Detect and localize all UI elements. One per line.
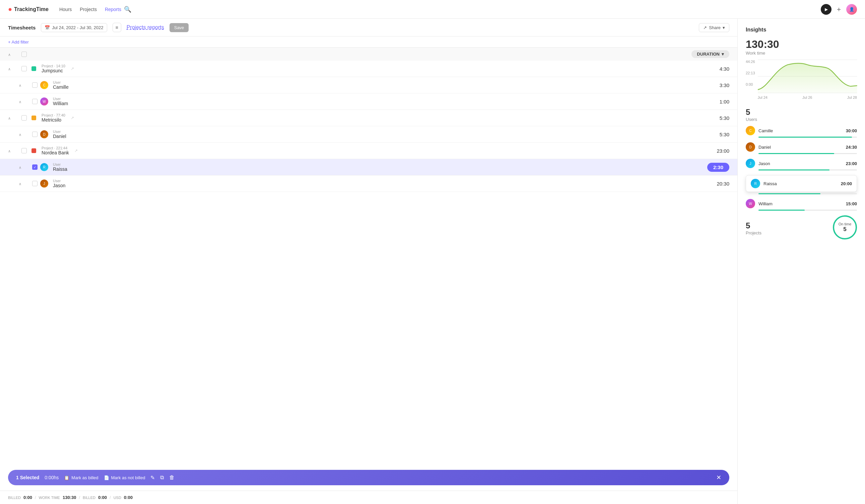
y-label-mid: 22:13: [746, 71, 755, 75]
close-action-bar-button[interactable]: ✕: [716, 474, 721, 481]
billed-value: 0:00: [23, 495, 32, 500]
user-name: William: [759, 201, 846, 206]
user-stat-row: C Camille 30:00: [746, 126, 857, 138]
search-button[interactable]: 🔍: [124, 6, 131, 13]
project-color-dot: [32, 116, 36, 120]
duration-value: 5:30: [662, 115, 729, 121]
duration-value: 5:30: [662, 132, 729, 137]
user-label: User: [53, 162, 67, 166]
user-checkbox[interactable]: [32, 132, 37, 137]
expand-icon[interactable]: ∧: [8, 116, 11, 120]
delete-button[interactable]: 🗑: [169, 474, 174, 481]
projects-section: 5 Projects On time 5: [746, 215, 857, 239]
user-checkbox[interactable]: [32, 99, 37, 104]
y-label-bot: 0:00: [746, 82, 755, 86]
raissa-tooltip: R Raissa 20:00: [746, 175, 857, 192]
nav-reports[interactable]: Reports: [105, 7, 121, 12]
add-button[interactable]: ＋: [835, 5, 842, 14]
menu-icon[interactable]: ≡: [113, 23, 121, 32]
share-button[interactable]: ↗ Share ▾: [699, 23, 729, 32]
mark-billed-button[interactable]: 📋 Mark as billed: [64, 475, 98, 480]
expand-icon[interactable]: ∧: [19, 182, 21, 186]
user-name: Jason: [759, 161, 846, 166]
user-checkbox[interactable]: [32, 181, 37, 186]
billed2-value: 0:00: [98, 495, 107, 500]
project-details: Project · 14:10 Jumpsunc: [42, 64, 65, 73]
project-details: Project · 77:40 Metricsilo: [42, 113, 65, 122]
edit-button[interactable]: ✎: [150, 474, 155, 481]
users-label: Users: [746, 117, 857, 122]
selected-time: 0:00hs: [45, 475, 59, 480]
ontime-count: 5: [843, 226, 846, 233]
action-bar: 1 Selected 0:00hs 📋 Mark as billed 📄 Mar…: [8, 470, 729, 485]
collapse-all-icon[interactable]: ∧: [8, 52, 11, 57]
date-range-picker[interactable]: 📅 Jul 24, 2022 - Jul 30, 2022: [41, 23, 107, 32]
select-all-checkbox[interactable]: [21, 51, 27, 57]
table-row: ∧ Project · 221:44 Nordea Bank ↗ 23:00: [0, 143, 737, 159]
users-count: 5: [746, 107, 857, 117]
nav-links: Hours Projects Reports: [59, 7, 121, 12]
right-panel: Insights 130:30 Work time 44:26 22:13 0:…: [738, 19, 865, 504]
user-avatar: J: [746, 159, 755, 168]
duration-value-highlighted: 2:30: [707, 163, 729, 172]
user-bar: [759, 153, 834, 154]
x-label-jul26: Jul 26: [802, 95, 812, 99]
user-info: User Camille: [53, 80, 69, 90]
sort-icon: ▾: [722, 51, 724, 57]
user-info: User William: [53, 97, 68, 106]
user-avatar-jason: J: [40, 179, 48, 188]
user-time: 23:00: [846, 161, 857, 166]
selected-count: 1 Selected: [16, 475, 39, 480]
expand-icon[interactable]: ∧: [19, 83, 21, 87]
user-checkbox[interactable]: ✓: [32, 164, 37, 170]
user-name: Jason: [53, 183, 65, 188]
expand-icon[interactable]: ∧: [8, 149, 11, 153]
project-name: Metricsilo: [42, 117, 65, 122]
logo[interactable]: ● TrackingTime: [8, 5, 49, 13]
footer-stats: BILLED 0:00 / WORK TIME 130:30 / BILLED …: [0, 491, 737, 504]
app-container: ● TrackingTime Hours Projects Reports 🔍 …: [0, 0, 865, 504]
nav-right: ▶ ＋ 👤: [821, 4, 857, 15]
billed-label: BILLED: [8, 496, 21, 500]
x-label-jul24: Jul 24: [758, 95, 768, 99]
save-button[interactable]: Save: [170, 23, 189, 32]
project-checkbox[interactable]: [21, 148, 27, 153]
ontime-label: On time: [839, 222, 852, 226]
duplicate-button[interactable]: ⧉: [160, 474, 164, 481]
expand-icon[interactable]: ∧: [19, 100, 21, 104]
duration-value: 23:00: [662, 148, 729, 154]
external-link-icon[interactable]: ↗: [71, 116, 74, 120]
table-row: ∧ ✓ R User Raissa 2:30: [0, 159, 737, 175]
user-bar: [759, 193, 820, 194]
project-name: Jumpsunc: [42, 68, 65, 73]
mark-not-billed-button[interactable]: 📄 Mark as not billed: [104, 475, 146, 480]
usd-value: 0:00: [124, 495, 132, 500]
nav-hours[interactable]: Hours: [59, 7, 72, 12]
user-avatar: D: [746, 142, 755, 152]
projects-label: Projects: [746, 231, 761, 235]
duration-value: 1:00: [662, 99, 729, 105]
user-checkbox[interactable]: [32, 82, 37, 88]
expand-icon[interactable]: ∧: [8, 67, 11, 71]
user-avatar[interactable]: 👤: [846, 4, 857, 15]
duration-sort-button[interactable]: DURATION ▾: [691, 50, 729, 58]
user-label: User: [53, 80, 69, 84]
external-link-icon[interactable]: ↗: [71, 66, 74, 71]
expand-icon[interactable]: ∧: [19, 133, 21, 137]
project-checkbox[interactable]: [21, 66, 27, 71]
expand-icon[interactable]: ∧: [19, 165, 21, 169]
date-range-text: Jul 24, 2022 - Jul 30, 2022: [52, 25, 103, 30]
report-title[interactable]: Projects reports: [127, 24, 164, 31]
external-link-icon[interactable]: ↗: [74, 148, 78, 153]
nav-projects[interactable]: Projects: [80, 7, 97, 12]
user-avatar: W: [746, 199, 755, 208]
user-info: User Raissa: [53, 162, 67, 172]
add-filter-button[interactable]: + Add filter: [8, 39, 29, 45]
play-button[interactable]: ▶: [821, 4, 831, 15]
user-avatar-camille: C: [40, 81, 48, 89]
project-checkbox[interactable]: [21, 115, 27, 120]
left-panel: Timesheets 📅 Jul 24, 2022 - Jul 30, 2022…: [0, 19, 738, 504]
filter-bar: + Add filter: [0, 36, 737, 48]
tooltip-avatar: R: [751, 179, 760, 188]
work-time-big-label: Work time: [746, 50, 857, 56]
